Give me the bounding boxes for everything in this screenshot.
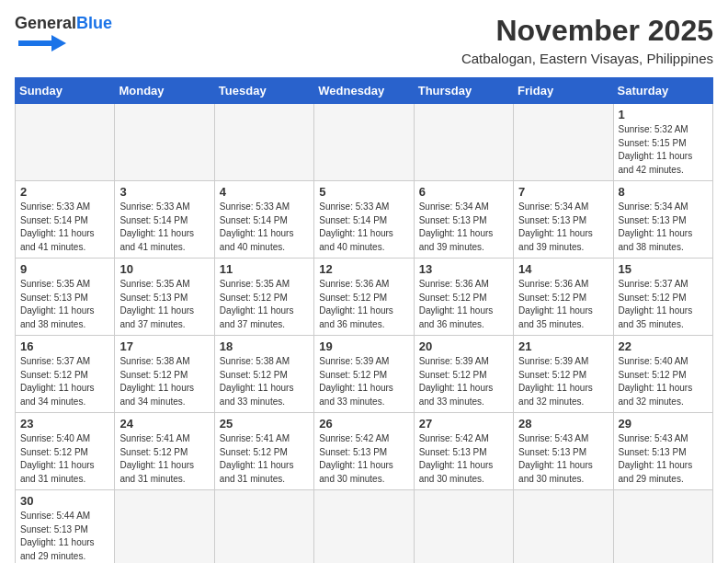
day-number: 22 [619,339,708,353]
day-cell: 19 Sunrise: 5:39 AM Sunset: 5:12 PM Dayl… [314,336,414,413]
day-number: 17 [119,339,209,353]
empty-cell [16,104,115,181]
day-info: Sunrise: 5:37 AM Sunset: 5:12 PM Dayligh… [20,355,109,408]
weekday-header-row: Sunday Monday Tuesday Wednesday Thursday… [16,78,713,104]
day-info: Sunrise: 5:34 AM Sunset: 5:13 PM Dayligh… [419,201,508,254]
location-subtitle: Catbalogan, Eastern Visayas, Philippines [461,51,713,66]
day-number: 6 [419,185,508,199]
day-info: Sunrise: 5:35 AM Sunset: 5:12 PM Dayligh… [220,278,309,331]
day-cell: 9 Sunrise: 5:35 AM Sunset: 5:13 PM Dayli… [16,259,115,336]
empty-cell [514,104,613,181]
day-cell: 4 Sunrise: 5:33 AM Sunset: 5:14 PM Dayli… [214,181,313,259]
day-info: Sunrise: 5:44 AM Sunset: 5:13 PM Dayligh… [20,510,109,563]
day-cell: 14 Sunrise: 5:36 AM Sunset: 5:12 PM Dayl… [514,259,613,336]
day-cell: 15 Sunrise: 5:37 AM Sunset: 5:12 PM Dayl… [613,259,712,336]
day-cell: 11 Sunrise: 5:35 AM Sunset: 5:12 PM Dayl… [214,259,313,336]
day-number: 24 [119,417,209,431]
day-info: Sunrise: 5:42 AM Sunset: 5:13 PM Dayligh… [319,432,408,486]
empty-cell [115,104,214,181]
day-number: 30 [20,494,109,508]
day-number: 7 [518,185,608,199]
day-info: Sunrise: 5:34 AM Sunset: 5:13 PM Dayligh… [619,201,708,254]
day-cell: 12 Sunrise: 5:36 AM Sunset: 5:12 PM Dayl… [314,259,414,336]
day-number: 16 [20,339,109,353]
day-info: Sunrise: 5:43 AM Sunset: 5:13 PM Dayligh… [518,432,608,486]
day-number: 4 [220,185,309,199]
day-cell: 10 Sunrise: 5:35 AM Sunset: 5:13 PM Dayl… [115,259,214,336]
day-info: Sunrise: 5:36 AM Sunset: 5:12 PM Dayligh… [319,278,408,331]
header-thursday: Thursday [414,78,513,104]
header-friday: Friday [514,78,613,104]
day-cell: 24 Sunrise: 5:41 AM Sunset: 5:12 PM Dayl… [115,413,214,490]
day-number: 20 [419,339,508,353]
day-cell: 25 Sunrise: 5:41 AM Sunset: 5:12 PM Dayl… [214,413,313,490]
day-cell: 17 Sunrise: 5:38 AM Sunset: 5:12 PM Dayl… [115,336,214,413]
day-info: Sunrise: 5:41 AM Sunset: 5:12 PM Dayligh… [119,432,209,486]
day-info: Sunrise: 5:32 AM Sunset: 5:15 PM Dayligh… [619,123,708,177]
day-number: 26 [319,417,408,431]
day-cell: 8 Sunrise: 5:34 AM Sunset: 5:13 PM Dayli… [613,181,712,259]
month-title: November 2025 [461,15,713,47]
day-cell: 27 Sunrise: 5:42 AM Sunset: 5:13 PM Dayl… [414,413,513,490]
empty-cell [214,104,313,181]
day-number: 18 [220,339,309,353]
day-cell: 3 Sunrise: 5:33 AM Sunset: 5:14 PM Dayli… [115,181,214,259]
title-area: November 2025 Catbalogan, Eastern Visaya… [461,15,713,66]
day-info: Sunrise: 5:39 AM Sunset: 5:12 PM Dayligh… [319,355,408,408]
day-info: Sunrise: 5:40 AM Sunset: 5:12 PM Dayligh… [20,432,109,486]
day-number: 27 [419,417,508,431]
calendar-row: 23 Sunrise: 5:40 AM Sunset: 5:12 PM Dayl… [16,413,713,490]
day-info: Sunrise: 5:34 AM Sunset: 5:13 PM Dayligh… [518,201,608,254]
logo: General Blue [15,15,112,53]
header-sunday: Sunday [16,78,115,104]
day-number: 10 [119,262,209,276]
day-cell: 28 Sunrise: 5:43 AM Sunset: 5:13 PM Dayl… [514,413,613,490]
day-info: Sunrise: 5:39 AM Sunset: 5:12 PM Dayligh… [419,355,508,408]
day-number: 8 [619,185,708,199]
logo-blue-text: Blue [76,15,112,31]
day-info: Sunrise: 5:43 AM Sunset: 5:13 PM Dayligh… [619,432,708,486]
day-info: Sunrise: 5:41 AM Sunset: 5:12 PM Dayligh… [220,432,309,486]
day-cell: 21 Sunrise: 5:39 AM Sunset: 5:12 PM Dayl… [514,336,613,413]
calendar-row: 1 Sunrise: 5:32 AM Sunset: 5:15 PM Dayli… [16,104,713,181]
calendar-table: Sunday Monday Tuesday Wednesday Thursday… [15,77,713,563]
day-number: 19 [319,339,408,353]
empty-cell [314,104,414,181]
day-number: 5 [319,185,408,199]
day-cell: 16 Sunrise: 5:37 AM Sunset: 5:12 PM Dayl… [16,336,115,413]
day-info: Sunrise: 5:38 AM Sunset: 5:12 PM Dayligh… [119,355,209,408]
day-info: Sunrise: 5:35 AM Sunset: 5:13 PM Dayligh… [119,278,209,331]
day-number: 1 [619,108,708,121]
day-cell: 7 Sunrise: 5:34 AM Sunset: 5:13 PM Dayli… [514,181,613,259]
day-number: 21 [518,339,608,353]
day-info: Sunrise: 5:33 AM Sunset: 5:14 PM Dayligh… [319,201,408,254]
day-info: Sunrise: 5:33 AM Sunset: 5:14 PM Dayligh… [220,201,309,254]
day-number: 14 [518,262,608,276]
day-cell: 1 Sunrise: 5:32 AM Sunset: 5:15 PM Dayli… [613,104,712,181]
day-number: 25 [220,417,309,431]
day-info: Sunrise: 5:33 AM Sunset: 5:14 PM Dayligh… [119,201,209,254]
day-number: 11 [220,262,309,276]
day-cell: 6 Sunrise: 5:34 AM Sunset: 5:13 PM Dayli… [414,181,513,259]
empty-cell [214,490,313,563]
day-number: 13 [419,262,508,276]
empty-cell [613,490,712,563]
header-saturday: Saturday [613,78,712,104]
empty-cell [115,490,214,563]
day-cell: 26 Sunrise: 5:42 AM Sunset: 5:13 PM Dayl… [314,413,414,490]
day-cell: 13 Sunrise: 5:36 AM Sunset: 5:12 PM Dayl… [414,259,513,336]
logo-text: General [15,15,76,31]
calendar-row: 2 Sunrise: 5:33 AM Sunset: 5:14 PM Dayli… [16,181,713,259]
svg-marker-1 [51,35,66,52]
header-wednesday: Wednesday [314,78,414,104]
day-number: 2 [20,185,109,199]
day-cell: 22 Sunrise: 5:40 AM Sunset: 5:12 PM Dayl… [613,336,712,413]
day-info: Sunrise: 5:33 AM Sunset: 5:14 PM Dayligh… [20,201,109,254]
header: General Blue November 2025 Catbalogan, E… [15,15,713,66]
calendar-row: 30 Sunrise: 5:44 AM Sunset: 5:13 PM Dayl… [16,490,713,563]
day-info: Sunrise: 5:42 AM Sunset: 5:13 PM Dayligh… [419,432,508,486]
day-number: 28 [518,417,608,431]
day-info: Sunrise: 5:39 AM Sunset: 5:12 PM Dayligh… [518,355,608,408]
day-cell: 18 Sunrise: 5:38 AM Sunset: 5:12 PM Dayl… [214,336,313,413]
day-info: Sunrise: 5:36 AM Sunset: 5:12 PM Dayligh… [419,278,508,331]
